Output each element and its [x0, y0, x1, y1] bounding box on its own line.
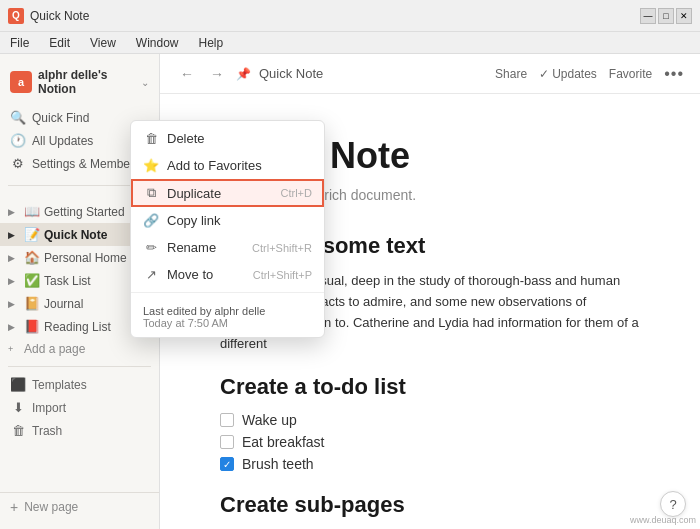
sidebar-item-trash[interactable]: 🗑 Trash — [0, 419, 159, 442]
sidebar-divider-mid — [8, 366, 151, 367]
context-menu-label-copy-link: Copy link — [167, 213, 312, 228]
section-heading-todo: Create a to-do list — [220, 374, 640, 400]
sidebar-nav-label-updates: All Updates — [32, 134, 93, 148]
context-menu-label-move-to: Move to — [167, 267, 245, 282]
todo-item-brush-teeth: ✓ Brush teeth — [220, 456, 640, 472]
sidebar-bottom-section: ⬛ Templates ⬇ Import 🗑 Trash — [0, 373, 159, 442]
section-heading-subpages: Create sub-pages — [220, 492, 640, 518]
page-icon-reading-list: 📕 — [24, 319, 40, 334]
watermark: www.deuaq.com — [630, 515, 696, 525]
menu-bar: File Edit View Window Help — [0, 32, 700, 54]
search-icon: 🔍 — [10, 110, 26, 125]
new-page-button[interactable]: + New page — [0, 492, 159, 521]
context-menu-label-rename: Rename — [167, 240, 244, 255]
new-page-plus-icon: + — [10, 499, 18, 515]
import-icon: ⬇ — [10, 400, 26, 415]
rename-shortcut: Ctrl+Shift+R — [252, 242, 312, 254]
arrow-icon-rl: ▶ — [8, 322, 20, 332]
breadcrumb-title: Quick Note — [259, 66, 323, 81]
page-icon-quick-note: 📝 — [24, 227, 40, 242]
updates-icon: 🕐 — [10, 133, 26, 148]
menu-view[interactable]: View — [86, 34, 120, 52]
context-menu-footer-time: Today at 7:50 AM — [143, 317, 312, 329]
title-bar: Q Quick Note — □ ✕ — [0, 0, 700, 32]
page-icon-journal: 📔 — [24, 296, 40, 311]
menu-file[interactable]: File — [6, 34, 33, 52]
sidebar-item-add-page[interactable]: + Add a page — [0, 338, 159, 360]
subpages-section: Create sub-pages 📄 Sub Page — [220, 492, 640, 529]
menu-edit[interactable]: Edit — [45, 34, 74, 52]
context-menu-label-favorites: Add to Favorites — [167, 158, 312, 173]
favorite-button[interactable]: Favorite — [609, 67, 652, 81]
page-icon-personal-home: 🏠 — [24, 250, 40, 265]
page-icon-task-list: ✅ — [24, 273, 40, 288]
context-menu-item-duplicate[interactable]: ⧉ Duplicate Ctrl+D — [131, 179, 324, 207]
trash-icon: 🗑 — [10, 423, 26, 438]
updates-label: Updates — [552, 67, 597, 81]
context-menu-footer-user: Last edited by alphr delle — [143, 305, 312, 317]
minimize-button[interactable]: — — [640, 8, 656, 24]
sidebar-bottom-label-templates: Templates — [32, 378, 87, 392]
favorites-icon: ⭐ — [143, 158, 159, 173]
share-button[interactable]: Share — [495, 67, 527, 81]
sidebar-nav-label-quick-find: Quick Find — [32, 111, 89, 125]
back-button[interactable]: ← — [176, 64, 198, 84]
workspace-chevron-icon: ⌄ — [141, 77, 149, 88]
copy-link-icon: 🔗 — [143, 213, 159, 228]
app-icon: Q — [8, 8, 24, 24]
sidebar-nav-label-settings: Settings & Members — [32, 157, 140, 171]
context-menu-label-delete: Delete — [167, 131, 312, 146]
updates-check-icon: ✓ — [539, 67, 549, 81]
updates-button[interactable]: ✓ Updates — [539, 67, 597, 81]
context-menu-item-move-to[interactable]: ↗ Move to Ctrl+Shift+P — [131, 261, 324, 288]
menu-help[interactable]: Help — [195, 34, 228, 52]
context-menu: 🗑 Delete ⭐ Add to Favorites ⧉ Duplicate … — [130, 120, 325, 338]
arrow-icon-tl: ▶ — [8, 276, 20, 286]
context-menu-item-copy-link[interactable]: 🔗 Copy link — [131, 207, 324, 234]
arrow-icon-qn: ▶ — [8, 230, 20, 240]
breadcrumb: Quick Note — [259, 66, 487, 81]
help-button[interactable]: ? — [660, 491, 686, 517]
settings-icon: ⚙ — [10, 156, 26, 171]
pin-icon: 📌 — [236, 67, 251, 81]
add-icon: + — [8, 344, 20, 354]
sidebar-item-import[interactable]: ⬇ Import — [0, 396, 159, 419]
todo-label-wake-up: Wake up — [242, 412, 297, 428]
duplicate-icon: ⧉ — [143, 185, 159, 201]
templates-icon: ⬛ — [10, 377, 26, 392]
content-toolbar: ← → 📌 Quick Note Share ✓ Updates Favorit… — [160, 54, 700, 94]
sidebar-bottom-label-trash: Trash — [32, 424, 62, 438]
menu-window[interactable]: Window — [132, 34, 183, 52]
checkbox-brush-teeth[interactable]: ✓ — [220, 457, 234, 471]
context-menu-footer: Last edited by alphr delle Today at 7:50… — [131, 297, 324, 333]
arrow-icon-ph: ▶ — [8, 253, 20, 263]
maximize-button[interactable]: □ — [658, 8, 674, 24]
todo-item-wake-up: Wake up — [220, 412, 640, 428]
move-to-icon: ↗ — [143, 267, 159, 282]
todo-label-eat-breakfast: Eat breakfast — [242, 434, 325, 450]
context-menu-item-delete[interactable]: 🗑 Delete — [131, 125, 324, 152]
move-to-shortcut: Ctrl+Shift+P — [253, 269, 312, 281]
workspace-avatar: a — [10, 71, 32, 93]
todo-item-eat-breakfast: Eat breakfast — [220, 434, 640, 450]
title-bar-title: Quick Note — [30, 9, 640, 23]
new-page-label: New page — [24, 500, 78, 514]
page-icon-getting-started: 📖 — [24, 204, 40, 219]
more-options-button[interactable]: ••• — [664, 65, 684, 83]
context-menu-item-rename[interactable]: ✏ Rename Ctrl+Shift+R — [131, 234, 324, 261]
checkbox-wake-up[interactable] — [220, 413, 234, 427]
forward-button[interactable]: → — [206, 64, 228, 84]
workspace-name: alphr delle's Notion — [38, 68, 135, 96]
window-controls[interactable]: — □ ✕ — [640, 8, 692, 24]
context-menu-label-duplicate: Duplicate — [167, 186, 273, 201]
close-button[interactable]: ✕ — [676, 8, 692, 24]
context-menu-item-add-favorites[interactable]: ⭐ Add to Favorites — [131, 152, 324, 179]
app-body: a alphr delle's Notion ⌄ 🔍 Quick Find 🕐 … — [0, 54, 700, 529]
toolbar-right: Share ✓ Updates Favorite ••• — [495, 65, 684, 83]
workspace-selector[interactable]: a alphr delle's Notion ⌄ — [0, 62, 159, 102]
add-page-label: Add a page — [24, 342, 151, 356]
sidebar-item-templates[interactable]: ⬛ Templates — [0, 373, 159, 396]
checkbox-eat-breakfast[interactable] — [220, 435, 234, 449]
context-menu-divider — [131, 292, 324, 293]
duplicate-shortcut: Ctrl+D — [281, 187, 312, 199]
